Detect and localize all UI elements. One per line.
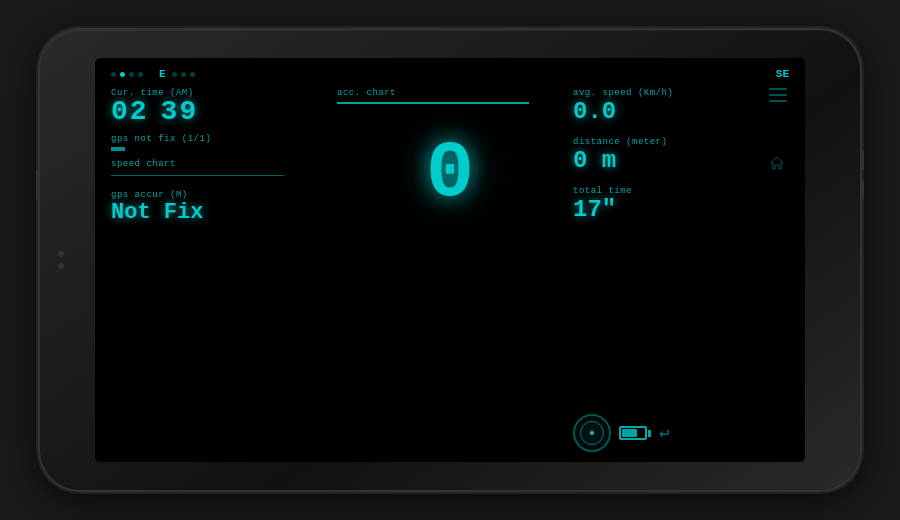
dot-1: [58, 251, 64, 257]
home-button-icon[interactable]: [769, 155, 787, 176]
time-hours: 02: [111, 98, 149, 126]
distance-label: distance (meter): [573, 137, 789, 147]
battery-indicator: [619, 426, 651, 440]
compass-dot-1: [111, 72, 116, 77]
dot-2: [58, 263, 64, 269]
compass-dot-6: [181, 72, 186, 77]
right-panel: avg. speed (Km/h) 0.0 distance (meter) 0…: [563, 88, 789, 452]
avg-speed-label: avg. speed (Km/h): [573, 88, 789, 98]
avg-speed-value: 0.0: [573, 98, 789, 125]
menu-button-icon[interactable]: [769, 88, 787, 107]
speed-chart-line: [111, 175, 284, 176]
battery-tip: [648, 430, 651, 437]
phone-wrapper: E SE Cur. time (AM): [40, 30, 860, 490]
phone-body: E SE Cur. time (AM): [40, 30, 860, 490]
volume-button[interactable]: [36, 170, 40, 200]
mid-panel: acc. chart 0: [337, 88, 563, 452]
svg-rect-0: [769, 88, 787, 90]
left-panel: Cur. time (AM) 02 39 gps not fix (1/1) s…: [111, 88, 337, 452]
back-button-icon[interactable]: ↩: [659, 422, 670, 444]
gps-accur-section: gps accur (M) Not Fix: [111, 190, 327, 225]
compass-direction-e: E: [159, 68, 166, 80]
svg-rect-2: [769, 100, 787, 102]
gps-status-section: gps not fix (1/1): [111, 134, 327, 151]
time-row: 02 39: [111, 98, 327, 126]
power-button-bottom[interactable]: [860, 180, 864, 200]
speed-chart-label: speed chart: [111, 159, 327, 169]
compass-dot-5: [172, 72, 177, 77]
compass-dot-4: [138, 72, 143, 77]
speed-chart-section: speed chart: [111, 159, 327, 178]
acc-chart-label: acc. chart: [337, 88, 563, 98]
content-grid: Cur. time (AM) 02 39 gps not fix (1/1) s…: [111, 88, 789, 452]
avg-speed-section: avg. speed (Km/h) 0.0: [573, 88, 789, 125]
camera-left: [58, 251, 64, 269]
cur-time-section: Cur. time (AM) 02 39: [111, 88, 327, 126]
compass-dot-3: [129, 72, 134, 77]
svg-rect-1: [769, 94, 787, 96]
compass-dots-left: [111, 72, 143, 77]
total-time-label: total time: [573, 186, 789, 196]
acc-chart-section: acc. chart: [337, 88, 563, 104]
total-time-section: total time 17": [573, 186, 789, 223]
bottom-right-row: ↩: [573, 414, 789, 452]
screen-inner: E SE Cur. time (AM): [95, 58, 805, 462]
acc-chart-bar: [337, 102, 529, 104]
compass-direction-se: SE: [776, 68, 789, 80]
compass-widget: [573, 414, 611, 452]
gps-accur-label: gps accur (M): [111, 190, 327, 200]
compass-dot-2: [120, 72, 125, 77]
time-minutes: 39: [161, 98, 199, 126]
total-time-value: 17": [573, 196, 789, 223]
compass-dots-right: [172, 72, 770, 77]
compass-bar: E SE: [111, 68, 789, 80]
gps-accur-value: Not Fix: [111, 200, 327, 225]
compass-center-dot: [590, 431, 594, 435]
compass-inner: [580, 421, 604, 445]
distance-value: 0 m: [573, 147, 789, 174]
compass-dot-7: [190, 72, 195, 77]
power-button-top[interactable]: [860, 150, 864, 170]
battery-fill: [622, 429, 637, 437]
gps-label: gps not fix (1/1): [111, 134, 327, 144]
gps-bar: [111, 147, 125, 151]
distance-section: distance (meter) 0 m: [573, 137, 789, 174]
screen: E SE Cur. time (AM): [95, 58, 805, 462]
battery-body: [619, 426, 647, 440]
big-speed-value: 0: [426, 134, 474, 214]
